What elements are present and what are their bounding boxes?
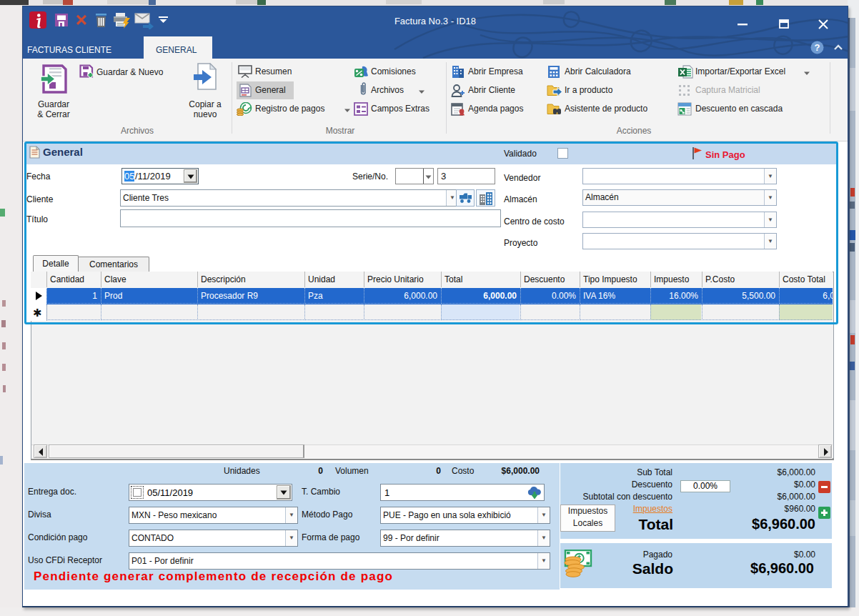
svg-text:?: ?: [815, 42, 820, 53]
